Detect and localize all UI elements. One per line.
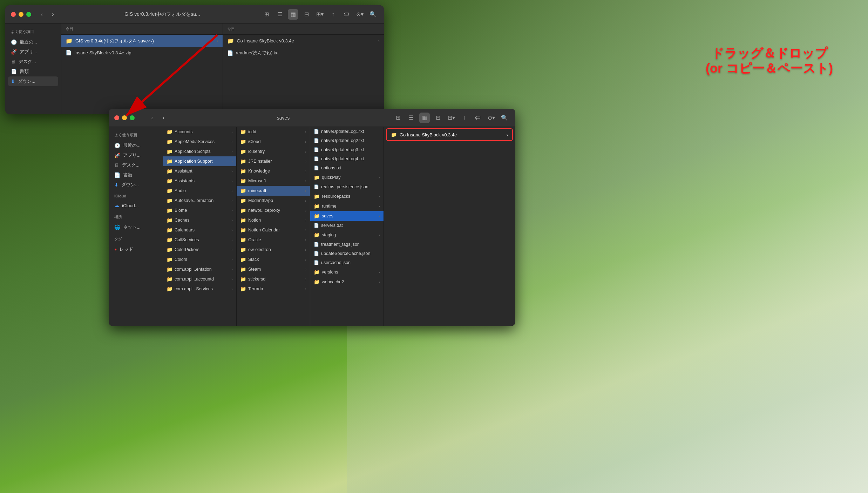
com1-icon: 📁 xyxy=(167,266,172,272)
appscripts-label: Application Scripts xyxy=(175,149,211,154)
list-item-runtime[interactable]: 📁 runtime › xyxy=(310,201,384,211)
list-item-steam[interactable]: 📁 Steam › xyxy=(237,264,310,274)
treatment-icon: 📄 xyxy=(314,242,319,247)
sidebar-b-network[interactable]: 🌐 ネット... xyxy=(111,222,160,232)
destination-chevron: › xyxy=(507,132,508,137)
list-item-minecraft[interactable]: 📁 minecraft › xyxy=(237,186,310,196)
list-item-assistants[interactable]: 📁 Assistants › xyxy=(163,176,236,186)
list-item-notion[interactable]: 📁 Notion › xyxy=(237,215,310,225)
list-item-jre[interactable]: 📁 JREInstaller › xyxy=(237,156,310,166)
list-item-log1[interactable]: 📄 nativeUpdaterLog1.txt xyxy=(310,127,384,136)
sidebar-item-downloads[interactable]: ⬇ ダウン... xyxy=(8,76,58,86)
search-icon-top[interactable]: 🔍 xyxy=(368,9,378,20)
list-item-colors[interactable]: 📁 Colors › xyxy=(163,255,236,264)
list-item-com1[interactable]: 📁 com.appl...entation › xyxy=(163,264,236,274)
grid-view-icon-b[interactable]: ⊞ xyxy=(393,113,403,123)
list-item-webcache[interactable]: 📁 webcache2 › xyxy=(310,277,384,287)
list-item-staging[interactable]: 📁 staging › xyxy=(310,230,384,240)
column-view-icon[interactable]: ▦ xyxy=(288,9,298,20)
sidebar-b-desktop[interactable]: 🖥 デスク... xyxy=(111,160,160,170)
sidebar-item-apps[interactable]: 🚀 アプリ... xyxy=(8,47,58,57)
sidebar-item-documents[interactable]: 📄 書類 xyxy=(8,67,58,76)
list-item-autosave[interactable]: 📁 Autosave...ormation › xyxy=(163,196,236,205)
maximize-button-top[interactable] xyxy=(26,12,31,17)
search-icon-bottom[interactable]: 🔍 xyxy=(499,113,510,123)
list-item-saves[interactable]: 📁 saves › xyxy=(310,211,384,221)
col2-item-go-insane[interactable]: 📁 Go Insane SkyBlock v0.3.4e › xyxy=(223,35,384,47)
list-item-callservices[interactable]: 📁 CallServices › xyxy=(163,235,236,245)
list-item-icdd[interactable]: 📁 icdd › xyxy=(237,127,310,137)
more-icon[interactable]: ⊙▾ xyxy=(354,9,365,20)
sidebar-item-recent[interactable]: 🕐 最近の... xyxy=(8,37,58,47)
sidebar-b-recent[interactable]: 🕐 最近の... xyxy=(111,141,160,150)
group-icon[interactable]: ⊞▾ xyxy=(314,9,325,20)
sidebar-b-icloud[interactable]: ☁ iCloud... xyxy=(111,201,160,210)
close-button-top[interactable] xyxy=(11,12,16,17)
sidebar-item-desktop[interactable]: 🖥 デスク... xyxy=(8,57,58,67)
sidebar-b-apps[interactable]: 🚀 アプリ... xyxy=(111,150,160,160)
list-item-treatment[interactable]: 📄 treatment_tags.json xyxy=(310,240,384,249)
list-item-calendars[interactable]: 📁 Calendars › xyxy=(163,225,236,235)
list-item-ow[interactable]: 📁 ow-electron › xyxy=(237,245,310,255)
list-item-log3[interactable]: 📄 nativeUpdaterLog3.txt xyxy=(310,145,384,154)
back-button-top[interactable]: ‹ xyxy=(37,9,47,19)
list-item-modrinth[interactable]: 📁 ModrinthApp › xyxy=(237,196,310,205)
tag-icon[interactable]: 🏷 xyxy=(341,9,352,20)
list-item-updatesource[interactable]: 📄 updateSourceCache.json xyxy=(310,249,384,258)
gallery-view-icon[interactable]: ⊟ xyxy=(301,9,312,20)
list-item-network[interactable]: 📁 networ...ceproxy › xyxy=(237,205,310,215)
list-item-icloud-as[interactable]: 📁 iCloud › xyxy=(237,137,310,147)
list-item-versions[interactable]: 📁 versions › xyxy=(310,267,384,277)
list-item-notion-calendar[interactable]: 📁 Notion Calendar › xyxy=(237,225,310,235)
top-toolbar-actions: ⊞ ☰ ▦ ⊟ ⊞▾ ↑ 🏷 ⊙▾ 🔍 xyxy=(261,9,378,20)
colorpickers-chevron: › xyxy=(231,248,233,252)
list-item-com3[interactable]: 📁 com.appl...Services › xyxy=(163,284,236,294)
usercache-label: usercache.json xyxy=(321,260,351,265)
grid-view-icon[interactable]: ⊞ xyxy=(261,9,272,20)
list-item-knowledge[interactable]: 📁 Knowledge › xyxy=(237,166,310,176)
share-icon[interactable]: ↑ xyxy=(328,9,338,20)
log2-label: nativeUpdaterLog2.txt xyxy=(321,138,364,143)
sidebar-b-red-tag[interactable]: ● レッド xyxy=(111,244,160,254)
list-item-log4[interactable]: 📄 nativeUpdaterLog4.txt xyxy=(310,154,384,163)
list-item-quickplay[interactable]: 📁 quickPlay › xyxy=(310,173,384,182)
list-item-audio[interactable]: 📁 Audio › xyxy=(163,186,236,196)
destination-folder-go-insane[interactable]: 📁 Go Insane SkyBlock v0.3.4e › xyxy=(386,128,513,141)
list-item-resourcepacks[interactable]: 📁 resourcepacks › xyxy=(310,191,384,201)
list-item-assistant[interactable]: 📁 Assistant › xyxy=(163,166,236,176)
list-item-log2[interactable]: 📄 nativeUpdaterLog2.txt xyxy=(310,136,384,145)
group-icon-b[interactable]: ⊞▾ xyxy=(446,113,456,123)
sidebar-b-downloads[interactable]: ⬇ ダウン... xyxy=(111,180,160,190)
list-item-colorpickers[interactable]: 📁 ColorPickers › xyxy=(163,245,236,255)
list-item-iosentry[interactable]: 📁 io.sentry › xyxy=(237,147,310,156)
minimize-button-top[interactable] xyxy=(19,12,23,17)
list-item-microsoft[interactable]: 📁 Microsoft › xyxy=(237,176,310,186)
list-item-appsupport[interactable]: 📁 Application Support › xyxy=(163,156,236,166)
list-item-appscripts[interactable]: 📁 Application Scripts › xyxy=(163,147,236,156)
share-icon-b[interactable]: ↑ xyxy=(459,113,470,123)
list-item-biome[interactable]: 📁 Biome › xyxy=(163,205,236,215)
list-item-com2[interactable]: 📁 com.appl...accountd › xyxy=(163,274,236,284)
saves-icon: 📁 xyxy=(314,213,320,219)
sidebar-b-documents[interactable]: 📄 書類 xyxy=(111,170,160,180)
forward-button-top[interactable]: › xyxy=(48,9,58,19)
list-item-options[interactable]: 📄 options.txt xyxy=(310,163,384,173)
list-item-servers[interactable]: 📄 servers.dat xyxy=(310,221,384,230)
list-view-icon[interactable]: ☰ xyxy=(274,9,285,20)
list-view-icon-b[interactable]: ☰ xyxy=(406,113,416,123)
audio-label: Audio xyxy=(175,188,186,193)
list-item-applemedia[interactable]: 📁 AppleMediaServices › xyxy=(163,137,236,147)
list-item-slack[interactable]: 📁 Slack › xyxy=(237,255,310,264)
list-item-oracle[interactable]: 📁 Oracle › xyxy=(237,235,310,245)
list-item-terraria[interactable]: 📁 Terraria › xyxy=(237,284,310,294)
list-item-stickersd[interactable]: 📁 stickersd › xyxy=(237,274,310,284)
col2-item-readme[interactable]: 📄 readme(読んでね).txt xyxy=(223,47,384,59)
column-view-icon-b[interactable]: ▦ xyxy=(419,113,430,123)
clock-icon: 🕐 xyxy=(114,143,120,148)
gallery-view-icon-b[interactable]: ⊟ xyxy=(433,113,443,123)
tag-icon-b[interactable]: 🏷 xyxy=(473,113,483,123)
list-item-usercache[interactable]: 📄 usercache.json xyxy=(310,258,384,267)
more-icon-b[interactable]: ⊙▾ xyxy=(486,113,496,123)
list-item-realms[interactable]: 📄 realms_persistence.json xyxy=(310,182,384,191)
list-item-caches[interactable]: 📁 Caches › xyxy=(163,215,236,225)
